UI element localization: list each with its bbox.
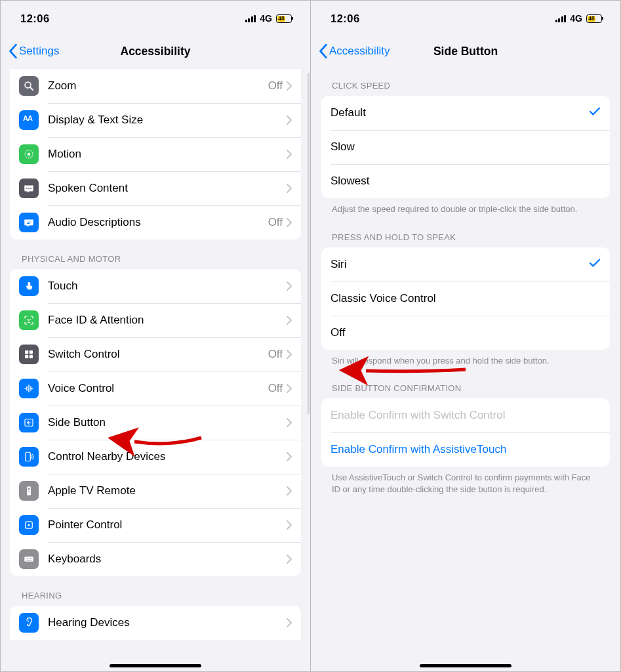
confirm-group: Enable Confirm with Switch Control Enabl… <box>321 398 610 467</box>
row-keyboards[interactable]: Keyboards <box>10 542 301 576</box>
row-label: Switch Control <box>48 348 268 361</box>
row-control-nearby[interactable]: Control Nearby Devices <box>10 440 301 474</box>
row-value: Off <box>268 216 283 229</box>
apple-tv-remote-icon <box>19 481 39 501</box>
svg-point-19 <box>28 524 30 526</box>
row-label: Spoken Content <box>48 182 287 195</box>
back-label: Settings <box>19 45 59 58</box>
nearby-devices-icon <box>19 447 39 467</box>
nav-bar: Accessibility Side Button <box>311 36 620 66</box>
svg-point-15 <box>28 488 30 490</box>
svg-rect-8 <box>25 350 28 354</box>
cellular-signal-icon <box>245 14 256 22</box>
svg-point-7 <box>30 319 31 320</box>
row-touch[interactable]: Touch <box>10 269 301 303</box>
row-label: Classic Voice Control <box>331 292 601 305</box>
chevron-right-icon <box>287 520 292 530</box>
right-screenshot: 12:06 4G 48 Accessibility Side Button Cl… <box>310 1 620 671</box>
scroll-area[interactable]: Zoom Off AA Display & Text Size Motion S… <box>1 66 310 671</box>
chevron-left-icon <box>319 44 328 58</box>
row-hold-siri[interactable]: Siri <box>321 247 610 282</box>
row-spoken-content[interactable]: Spoken Content <box>10 171 301 205</box>
svg-point-3 <box>26 188 28 189</box>
row-switch-control[interactable]: Switch Control Off <box>10 337 301 371</box>
chevron-right-icon <box>287 218 292 227</box>
chevron-right-icon <box>287 350 292 359</box>
row-value: Off <box>268 382 283 395</box>
pointer-control-icon <box>19 515 39 535</box>
keyboards-icon <box>19 549 39 569</box>
svg-rect-13 <box>26 452 31 461</box>
back-to-settings[interactable]: Settings <box>9 44 59 58</box>
battery-level: 48 <box>588 16 595 22</box>
row-label: Siri <box>331 258 589 271</box>
physical-motor-header: Physical and Motor <box>1 240 310 269</box>
row-pointer-control[interactable]: Pointer Control <box>10 508 301 542</box>
left-screenshot: 12:06 4G 48 Settings Accessibility Zoom … <box>1 1 310 671</box>
hearing-header: Hearing <box>1 576 310 606</box>
row-label: Keyboards <box>48 553 287 566</box>
switch-control-icon <box>19 345 39 364</box>
svg-point-4 <box>28 188 30 189</box>
row-label: Side Button <box>48 416 287 429</box>
battery-level: 48 <box>277 16 285 22</box>
row-display-text-size[interactable]: AA Display & Text Size <box>10 103 301 137</box>
status-time: 12:06 <box>20 12 50 25</box>
svg-rect-9 <box>30 350 33 354</box>
row-confirm-assistivetouch[interactable]: Enable Confirm with AssistiveTouch <box>321 432 610 467</box>
chevron-right-icon <box>287 150 292 159</box>
row-label: Display & Text Size <box>48 114 287 127</box>
row-label: Apple TV Remote <box>48 484 287 497</box>
click-speed-group: Default Slow Slowest <box>321 96 610 198</box>
row-confirm-switch-control: Enable Confirm with Switch Control <box>321 398 610 432</box>
row-side-button[interactable]: Side Button <box>10 406 301 440</box>
cellular-signal-icon <box>555 14 567 22</box>
chevron-right-icon <box>287 282 292 291</box>
nav-bar: Settings Accessibility <box>1 36 310 66</box>
row-motion[interactable]: Motion <box>10 137 301 171</box>
row-hold-off[interactable]: Off <box>321 316 610 350</box>
audio-descriptions-icon <box>19 213 39 232</box>
voice-control-icon <box>19 379 39 398</box>
row-label: Motion <box>48 148 287 161</box>
svg-point-21 <box>28 621 29 622</box>
chevron-right-icon <box>287 316 292 325</box>
row-label: Zoom <box>48 79 268 93</box>
row-faceid-attention[interactable]: Face ID & Attention <box>10 303 301 337</box>
chevron-right-icon <box>287 184 292 193</box>
click-speed-footer: Adjust the speed required to double or t… <box>311 198 620 218</box>
row-apple-tv-remote[interactable]: Apple TV Remote <box>10 474 301 508</box>
row-click-default[interactable]: Default <box>321 96 610 130</box>
press-hold-header: Press and Hold to Speak <box>311 218 620 247</box>
row-label: Control Nearby Devices <box>48 450 287 463</box>
status-time: 12:06 <box>331 12 360 25</box>
back-to-accessibility[interactable]: Accessibility <box>319 44 390 58</box>
battery-icon: 48 <box>586 14 602 23</box>
row-hearing-devices[interactable]: Hearing Devices <box>10 606 301 640</box>
row-zoom[interactable]: Zoom Off <box>10 69 301 103</box>
row-label: Slowest <box>331 175 601 188</box>
row-audio-descriptions[interactable]: Audio Descriptions Off <box>10 205 301 240</box>
checkmark-icon <box>589 107 601 119</box>
chevron-right-icon <box>287 452 292 461</box>
network-type: 4G <box>260 13 272 24</box>
chevron-right-icon <box>287 418 292 427</box>
spoken-content-icon <box>19 178 39 198</box>
motion-icon <box>19 144 39 164</box>
row-voice-control[interactable]: Voice Control Off <box>10 371 301 406</box>
press-hold-footer: Siri will respond when you press and hol… <box>311 350 620 369</box>
click-speed-header: Click Speed <box>311 66 620 96</box>
row-label: Enable Confirm with Switch Control <box>331 409 601 422</box>
row-label: Enable Confirm with AssistiveTouch <box>331 443 601 456</box>
scroll-area[interactable]: Click Speed Default Slow Slowest Adjust … <box>311 66 620 671</box>
chevron-right-icon <box>287 384 292 393</box>
row-label: Voice Control <box>48 382 268 395</box>
svg-point-5 <box>30 188 31 189</box>
svg-rect-14 <box>27 486 31 495</box>
chevron-right-icon <box>287 486 292 495</box>
row-click-slowest[interactable]: Slowest <box>321 164 610 198</box>
row-click-slow[interactable]: Slow <box>321 130 610 164</box>
side-button-icon <box>19 413 39 432</box>
hearing-devices-icon <box>19 613 39 633</box>
row-hold-classic[interactable]: Classic Voice Control <box>321 282 610 316</box>
